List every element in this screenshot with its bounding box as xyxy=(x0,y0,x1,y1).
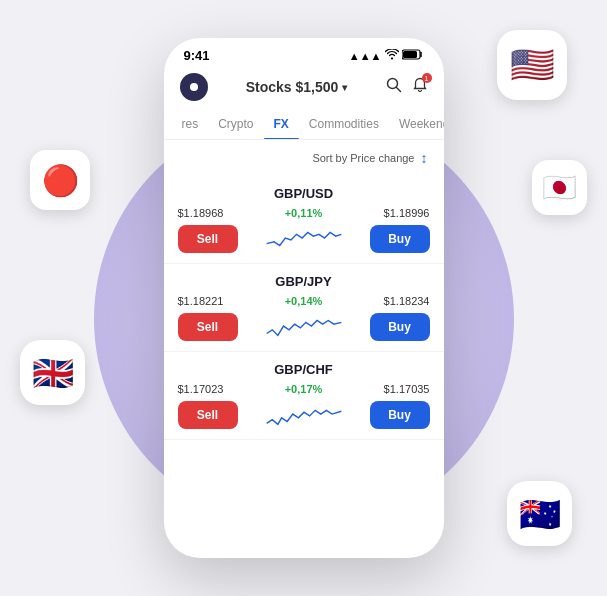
flag-au: 🇦🇺 xyxy=(507,481,572,546)
currency-actions-gbpjpy: Sell Buy xyxy=(178,313,430,341)
currency-pair-gbpusd: GBP/USD xyxy=(178,186,430,201)
wifi-icon xyxy=(385,49,399,62)
flag-jp: 🇯🇵 xyxy=(532,160,587,215)
sell-price-gbpusd: $1.18968 xyxy=(178,207,236,219)
stocks-label: Stocks xyxy=(246,79,292,95)
battery-icon xyxy=(402,49,424,62)
sort-label: Sort by Price change xyxy=(312,152,414,164)
notification-badge: 1 xyxy=(422,73,432,83)
currency-pair-gbpchf: GBP/CHF xyxy=(178,362,430,377)
avatar-dot xyxy=(190,83,198,91)
avatar[interactable] xyxy=(180,73,208,101)
flag-uk: 🇬🇧 xyxy=(20,340,85,405)
tab-fx[interactable]: FX xyxy=(264,109,299,139)
chevron-down-icon: ▾ xyxy=(342,82,347,93)
currency-pair-gbpjpy: GBP/JPY xyxy=(178,274,430,289)
search-button[interactable] xyxy=(386,77,402,97)
svg-rect-1 xyxy=(403,51,417,58)
change-gbpusd: +0,11% xyxy=(242,207,366,219)
buy-price-gbpjpy: $1.18234 xyxy=(372,295,430,307)
sell-button-gbpjpy[interactable]: Sell xyxy=(178,313,238,341)
sell-price-gbpchf: $1.17023 xyxy=(178,383,236,395)
signal-icon: ▲▲▲ xyxy=(349,50,382,62)
header-bar: Stocks $1,500 ▾ 1 xyxy=(164,69,444,109)
svg-line-3 xyxy=(396,88,400,92)
status-time: 9:41 xyxy=(184,48,210,63)
buy-button-gbpusd[interactable]: Buy xyxy=(370,225,430,253)
change-gbpchf: +0,17% xyxy=(242,383,366,395)
buy-price-gbpusd: $1.18996 xyxy=(372,207,430,219)
change-gbpjpy: +0,14% xyxy=(242,295,366,307)
currency-list: GBP/USD $1.18968 +0,11% $1.18996 Sell Bu… xyxy=(164,172,444,558)
status-bar: 9:41 ▲▲▲ xyxy=(164,38,444,69)
tabs-bar: res Crypto FX Commodities Weekend xyxy=(164,109,444,140)
header-icons: 1 xyxy=(386,77,428,97)
header-balance[interactable]: Stocks $1,500 ▾ xyxy=(246,79,348,95)
currency-item-gbpusd: GBP/USD $1.18968 +0,11% $1.18996 Sell Bu… xyxy=(164,176,444,264)
sell-button-gbpusd[interactable]: Sell xyxy=(178,225,238,253)
chart-gbpusd xyxy=(244,225,364,253)
currency-item-gbpjpy: GBP/JPY $1.18221 +0,14% $1.18234 Sell Bu… xyxy=(164,264,444,352)
tab-res[interactable]: res xyxy=(172,109,209,139)
chart-gbpchf xyxy=(244,401,364,429)
currency-item-gbpchf: GBP/CHF $1.17023 +0,17% $1.17035 Sell Bu… xyxy=(164,352,444,440)
tab-crypto[interactable]: Crypto xyxy=(208,109,263,139)
currency-prices-gbpusd: $1.18968 +0,11% $1.18996 xyxy=(178,207,430,219)
sort-icon: ↕ xyxy=(421,150,428,166)
balance-amount: $1,500 xyxy=(296,79,339,95)
phone-mockup: 9:41 ▲▲▲ xyxy=(164,38,444,558)
flag-us: 🇺🇸 xyxy=(497,30,567,100)
currency-actions-gbpusd: Sell Buy xyxy=(178,225,430,253)
currency-actions-gbpchf: Sell Buy xyxy=(178,401,430,429)
sort-bar[interactable]: Sort by Price change ↕ xyxy=(164,140,444,172)
sell-price-gbpjpy: $1.18221 xyxy=(178,295,236,307)
tab-weekend[interactable]: Weekend xyxy=(389,109,444,139)
buy-button-gbpjpy[interactable]: Buy xyxy=(370,313,430,341)
flag-red: 🔴 xyxy=(30,150,90,210)
status-icons: ▲▲▲ xyxy=(349,49,424,62)
currency-prices-gbpchf: $1.17023 +0,17% $1.17035 xyxy=(178,383,430,395)
notification-button[interactable]: 1 xyxy=(412,77,428,97)
buy-price-gbpchf: $1.17035 xyxy=(372,383,430,395)
currency-prices-gbpjpy: $1.18221 +0,14% $1.18234 xyxy=(178,295,430,307)
tab-commodities[interactable]: Commodities xyxy=(299,109,389,139)
sell-button-gbpchf[interactable]: Sell xyxy=(178,401,238,429)
chart-gbpjpy xyxy=(244,313,364,341)
buy-button-gbpchf[interactable]: Buy xyxy=(370,401,430,429)
